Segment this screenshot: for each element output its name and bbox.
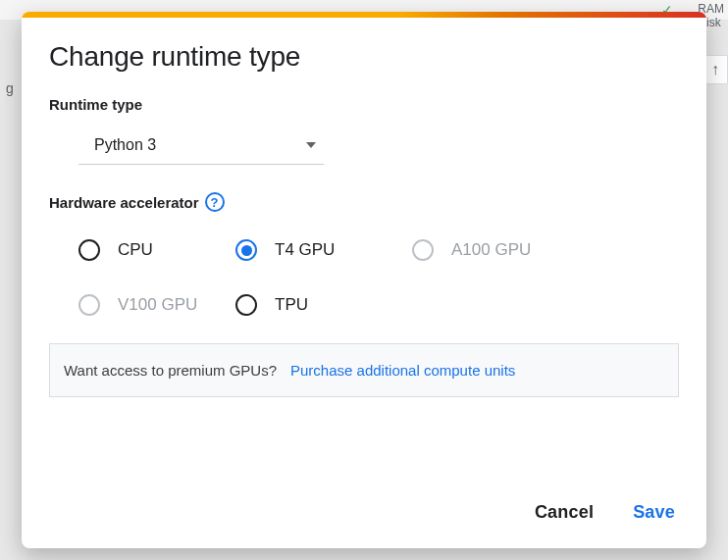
radio-icon xyxy=(412,239,434,261)
accelerator-option-t4[interactable]: T4 GPU xyxy=(235,239,412,261)
runtime-dialog: Change runtime type Runtime type Python … xyxy=(22,12,706,548)
accelerator-option-cpu[interactable]: CPU xyxy=(78,239,235,261)
bg-fragment: g xyxy=(6,80,14,96)
radio-icon xyxy=(235,294,257,316)
radio-icon xyxy=(235,239,257,261)
accelerator-option-tpu[interactable]: TPU xyxy=(235,294,412,316)
accelerator-option-v100: V100 GPU xyxy=(78,294,235,316)
save-button[interactable]: Save xyxy=(629,496,679,529)
radio-label: TPU xyxy=(275,295,308,315)
help-icon[interactable]: ? xyxy=(205,192,225,212)
cancel-button[interactable]: Cancel xyxy=(531,496,598,529)
promo-text: Want access to premium GPUs? xyxy=(64,362,277,379)
chevron-down-icon xyxy=(306,142,316,148)
accelerator-radio-group: CPU T4 GPU A100 GPU V100 GPU TPU xyxy=(78,239,679,316)
runtime-type-label: Runtime type xyxy=(49,96,679,113)
accelerator-label: Hardware accelerator ? xyxy=(49,192,679,212)
radio-label: T4 GPU xyxy=(275,240,335,260)
premium-gpu-promo: Want access to premium GPUs? Purchase ad… xyxy=(49,343,679,397)
runtime-type-dropdown[interactable]: Python 3 xyxy=(78,123,324,165)
runtime-type-value: Python 3 xyxy=(94,136,156,154)
purchase-compute-units-link[interactable]: Purchase additional compute units xyxy=(290,362,515,379)
radio-icon xyxy=(78,294,100,316)
radio-label: V100 GPU xyxy=(118,295,197,315)
radio-label: CPU xyxy=(118,240,153,260)
radio-icon xyxy=(78,239,100,261)
dialog-title: Change runtime type xyxy=(49,41,679,73)
accelerator-option-a100: A100 GPU xyxy=(412,239,579,261)
radio-label: A100 GPU xyxy=(451,240,531,260)
